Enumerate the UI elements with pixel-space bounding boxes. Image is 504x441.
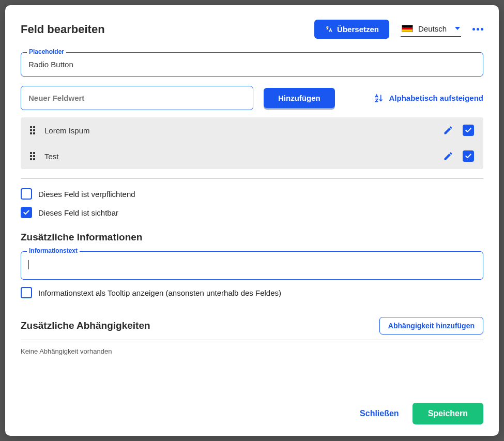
list-item: Test (21, 143, 483, 169)
list-item: Lorem Ispum (21, 117, 483, 143)
required-checkbox-row: Dieses Feld ist verpflichtend (21, 188, 483, 200)
translate-button[interactable]: Übersetzen (314, 20, 389, 39)
translate-icon (325, 25, 333, 34)
edit-field-dialog: Feld bearbeiten Übersetzen Deutsch Place… (5, 5, 499, 436)
dialog-header: Feld bearbeiten Übersetzen Deutsch (21, 20, 483, 39)
item-label: Test (44, 152, 434, 161)
pencil-icon[interactable] (443, 125, 453, 135)
dependencies-header: Zusätzliche Abhängigkeiten Abhängigkeit … (21, 317, 483, 340)
item-checkbox[interactable] (463, 125, 474, 136)
dependencies-title: Zusätzliche Abhängigkeiten (21, 320, 150, 331)
drag-handle-icon[interactable] (30, 152, 35, 160)
info-section-title: Zusätzliche Informationen (21, 232, 483, 243)
pencil-icon[interactable] (443, 151, 453, 161)
info-text-field: Informationstext (21, 251, 483, 280)
language-select[interactable]: Deutsch (401, 22, 461, 37)
dialog-footer: Schließen Speichern (21, 388, 483, 424)
tooltip-label: Informationstext als Tooltip anzeigen (a… (38, 288, 281, 297)
item-label: Lorem Ispum (44, 126, 434, 135)
visible-label: Dieses Feld ist sichtbar (38, 208, 118, 217)
new-value-input[interactable] (21, 86, 253, 110)
item-checkbox[interactable] (463, 150, 474, 162)
info-text-input[interactable] (21, 251, 483, 280)
add-dependency-button[interactable]: Abhängigkeit hinzufügen (379, 317, 483, 334)
visible-checkbox[interactable] (21, 207, 32, 218)
required-label: Dieses Feld ist verpflichtend (38, 190, 135, 199)
sort-az-icon (374, 94, 384, 103)
tooltip-checkbox-row: Informationstext als Tooltip anzeigen (a… (21, 287, 483, 298)
divider (21, 178, 483, 179)
dialog-title: Feld bearbeiten (21, 23, 105, 36)
sort-asc-button[interactable]: Alphabetisch aufsteigend (374, 94, 483, 103)
placeholder-input[interactable] (21, 52, 483, 77)
add-value-button[interactable]: Hinzufügen (264, 88, 335, 108)
more-menu-button[interactable] (472, 28, 483, 31)
chevron-down-icon (455, 27, 460, 30)
values-list: Lorem Ispum Test (21, 117, 483, 169)
required-checkbox[interactable] (21, 188, 32, 200)
placeholder-field: Placeholder (21, 52, 483, 77)
placeholder-label: Placeholder (27, 48, 66, 55)
no-dependency-text: Keine Abhängigkeit vorhanden (21, 347, 483, 355)
close-button[interactable]: Schließen (360, 409, 399, 418)
drag-handle-icon[interactable] (30, 126, 35, 134)
language-label: Deutsch (418, 24, 447, 33)
info-text-label: Informationstext (27, 247, 80, 254)
tooltip-checkbox[interactable] (21, 287, 32, 298)
save-button[interactable]: Speichern (413, 403, 483, 424)
visible-checkbox-row: Dieses Feld ist sichtbar (21, 207, 483, 218)
flag-germany-icon (402, 25, 413, 32)
